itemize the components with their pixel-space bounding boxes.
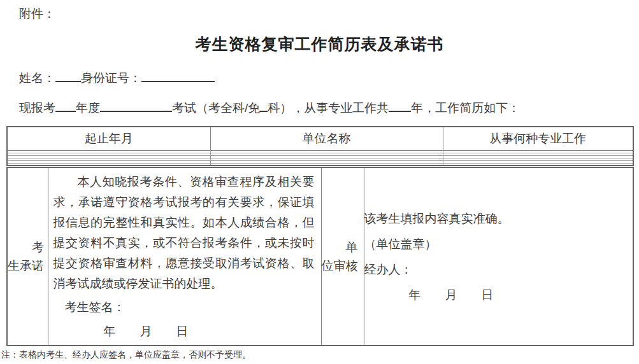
commitment-review-table: 考生承诺 本人知晓报考条件、资格审查程序及相关要求，承诺遵守资格考试报考的有关要… xyxy=(6,167,634,346)
name-id-line: 姓名：身份证号： xyxy=(19,70,639,87)
apply-segment-5: 年，工作简历如下： xyxy=(411,101,520,115)
apply-segment-3: 考试（考全科/免 xyxy=(172,101,260,115)
unit-date-line: 年 月 日 xyxy=(364,288,633,302)
unit-handler-label: 经办人： xyxy=(364,262,633,277)
footnote: 注：表格内考生、经办人应签名，单位应盖章，否则不予受理。 xyxy=(1,349,639,361)
apply-segment-2: 年度 xyxy=(76,101,100,115)
candidate-signature-label: 考生签名： xyxy=(48,299,321,316)
attachment-label: 附件： xyxy=(0,0,639,22)
apply-segment-1: 现报考 xyxy=(19,101,55,115)
exempt-subject-blank-field xyxy=(260,101,268,112)
work-history-table: 起止年月 单位名称 从事何种专业工作 xyxy=(6,126,634,166)
id-blank-field xyxy=(141,71,215,82)
history-empty-row xyxy=(7,163,633,165)
unit-review-cell: 该考生填报内容真实准确。 （单位盖章） 经办人： 年 月 日 xyxy=(364,167,633,346)
unit-statement: 该考生填报内容真实准确。 xyxy=(364,211,633,226)
unit-seal-label: （单位盖章） xyxy=(364,237,633,251)
header-unit-name: 单位名称 xyxy=(210,127,443,150)
id-label: 身份证号： xyxy=(81,71,141,85)
unit-review-label-cell: 单位审核 xyxy=(321,167,364,346)
header-start-end-date: 起止年月 xyxy=(7,127,210,150)
page-title: 考生资格复审工作简历表及承诺书 xyxy=(0,34,639,55)
exam-apply-line: 现报考年度考试（考全科/免科），从事专业工作共年，工作简历如下： xyxy=(19,100,639,116)
candidate-date-line: 年 月 日 xyxy=(48,323,321,340)
candidate-commitment-cell: 本人知晓报考条件、资格审查程序及相关要求，承诺遵守资格考试报考的有关要求，保证填… xyxy=(48,167,321,346)
history-header-row: 起止年月 单位名称 从事何种专业工作 xyxy=(7,127,633,150)
unit-review-label: 单位审核 xyxy=(322,238,364,275)
exam-name-blank-field xyxy=(100,101,172,112)
candidate-commitment-label-cell: 考生承诺 xyxy=(7,167,48,346)
apply-segment-4: 科），从事专业工作共 xyxy=(268,101,389,115)
commitment-paragraph: 本人知晓报考条件、资格审查程序及相关要求，承诺遵守资格考试报考的有关要求，保证填… xyxy=(54,172,315,294)
commitment-review-row: 考生承诺 本人知晓报考条件、资格审查程序及相关要求，承诺遵守资格考试报考的有关要… xyxy=(7,167,633,346)
name-label: 姓名： xyxy=(19,71,55,85)
name-blank-field xyxy=(55,71,81,82)
exam-year-blank-field xyxy=(55,101,76,112)
work-years-blank-field xyxy=(389,101,411,112)
candidate-commitment-label: 考生承诺 xyxy=(8,238,48,275)
header-professional-work: 从事何种专业工作 xyxy=(443,127,633,150)
